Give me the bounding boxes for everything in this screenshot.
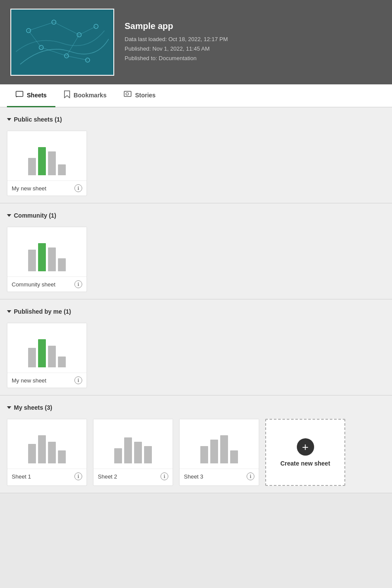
sheet-card-pbm1[interactable]: My new sheet ℹ — [7, 323, 87, 388]
bar-ms3-3 — [230, 450, 238, 463]
bar-ms2-3 — [144, 446, 152, 463]
bar-ms1-3 — [58, 450, 66, 463]
sheet-name-ms2: Sheet 2 — [98, 473, 117, 480]
bar-ms2-1 — [124, 437, 132, 463]
bar-cs1-2 — [48, 247, 56, 271]
sheet-card-label-ps1: My new sheet ℹ — [7, 181, 87, 196]
section-header-public-sheets[interactable]: Public sheets (1) — [7, 116, 385, 123]
section-title-community: Community (1) — [14, 212, 56, 219]
bar-ms3-2 — [220, 435, 228, 463]
tab-stories-label: Stories — [135, 92, 155, 99]
bar-chart-ms1 — [28, 433, 66, 463]
section-public-sheets: Public sheets (1) My new sheet ℹ — [0, 107, 392, 203]
bar-ms1-2 — [48, 442, 56, 463]
cards-grid-published-by-me: My new sheet ℹ — [7, 323, 385, 388]
tab-sheets[interactable]: Sheets — [7, 84, 55, 107]
app-published: Published: Nov 1, 2022, 11:45 AM — [125, 44, 228, 54]
svg-rect-0 — [12, 10, 113, 75]
app-data-loaded: Data last loaded: Oct 18, 2022, 12:17 PM — [125, 35, 228, 44]
sheet-card-label-ms1: Sheet 1 ℹ — [7, 469, 87, 484]
info-icon-ms2[interactable]: ℹ — [161, 472, 168, 480]
bar-ms1-0 — [28, 444, 36, 463]
bar-cs1-3 — [58, 258, 66, 271]
section-title-published-by-me: Published by me (1) — [14, 308, 71, 315]
chevron-down-icon — [7, 406, 11, 409]
bar-pbm1-0 — [28, 348, 36, 367]
bar-ms2-2 — [134, 442, 142, 463]
chevron-down-icon — [7, 118, 11, 121]
create-new-sheet-label: Create new sheet — [280, 460, 330, 467]
sheet-card-ms3[interactable]: Sheet 3 ℹ — [179, 419, 259, 486]
section-published-by-me: Published by me (1) My new sheet ℹ — [0, 299, 392, 395]
sheet-card-label-cs1: Community sheet ℹ — [7, 277, 87, 292]
sheet-card-label-pbm1: My new sheet ℹ — [7, 373, 87, 388]
main-content: Public sheets (1) My new sheet ℹ Communi… — [0, 107, 392, 493]
sheet-name-cs1: Community sheet — [12, 281, 55, 288]
bar-chart-ps1 — [28, 145, 66, 175]
bar-chart-ms3 — [200, 433, 238, 463]
sheet-card-thumb-pbm1 — [7, 323, 87, 373]
sheet-card-ms1[interactable]: Sheet 1 ℹ — [7, 419, 87, 486]
section-my-sheets: My sheets (3) Sheet 1 ℹ Sheet 2 ℹ Sheet … — [0, 395, 392, 493]
section-header-my-sheets[interactable]: My sheets (3) — [7, 404, 385, 411]
bar-pbm1-2 — [48, 346, 56, 367]
app-thumbnail — [10, 9, 114, 76]
sheet-card-cs1[interactable]: Community sheet ℹ — [7, 227, 87, 292]
bar-chart-ms2 — [114, 433, 152, 463]
sheet-card-thumb-ps1 — [7, 131, 87, 181]
tabs-bar: Sheets Bookmarks Stories — [0, 84, 392, 107]
sheet-name-ms1: Sheet 1 — [12, 473, 31, 480]
sheet-name-ms3: Sheet 3 — [184, 473, 203, 480]
bar-cs1-0 — [28, 250, 36, 271]
section-title-public-sheets: Public sheets (1) — [14, 116, 62, 123]
bar-pbm1-1 — [38, 339, 46, 367]
sheet-card-thumb-cs1 — [7, 227, 87, 277]
bar-ms3-0 — [200, 446, 208, 463]
bar-ps1-3 — [58, 164, 66, 175]
cards-grid-my-sheets: Sheet 1 ℹ Sheet 2 ℹ Sheet 3 ℹ + Create n… — [7, 419, 385, 486]
info-icon-ms1[interactable]: ℹ — [74, 472, 82, 480]
sheet-card-thumb-ms3 — [180, 419, 259, 469]
tab-sheets-label: Sheets — [27, 92, 47, 99]
info-icon-pbm1[interactable]: ℹ — [74, 376, 82, 384]
tab-bookmarks-label: Bookmarks — [74, 92, 106, 99]
bar-ms1-1 — [38, 435, 46, 463]
bar-chart-cs1 — [28, 241, 66, 271]
bar-ms2-0 — [114, 448, 122, 463]
sheet-name-ps1: My new sheet — [12, 185, 46, 192]
chevron-down-icon — [7, 310, 11, 313]
tab-stories[interactable]: Stories — [115, 84, 164, 107]
stories-icon — [124, 91, 132, 100]
section-header-published-by-me[interactable]: Published by me (1) — [7, 308, 385, 315]
app-title: Sample app — [125, 21, 228, 31]
info-icon-ps1[interactable]: ℹ — [74, 184, 82, 192]
sheets-icon — [16, 91, 23, 100]
bookmarks-icon — [64, 90, 70, 100]
info-icon-ms3[interactable]: ℹ — [247, 472, 254, 480]
bar-pbm1-3 — [58, 357, 66, 367]
tab-bookmarks[interactable]: Bookmarks — [55, 84, 115, 107]
sheet-card-thumb-ms2 — [93, 419, 173, 469]
section-title-my-sheets: My sheets (3) — [14, 404, 52, 411]
bar-cs1-1 — [38, 243, 46, 271]
bar-ps1-0 — [28, 158, 36, 175]
section-community: Community (1) Community sheet ℹ — [0, 203, 392, 299]
sheet-card-ms2[interactable]: Sheet 2 ℹ — [93, 419, 173, 486]
sheet-card-ps1[interactable]: My new sheet ℹ — [7, 131, 87, 196]
cards-grid-community: Community sheet ℹ — [7, 227, 385, 292]
info-icon-cs1[interactable]: ℹ — [74, 280, 82, 288]
bar-ps1-1 — [38, 147, 46, 175]
sheet-card-label-ms3: Sheet 3 ℹ — [180, 469, 259, 484]
sheet-card-label-ms2: Sheet 2 ℹ — [93, 469, 173, 484]
bar-ms3-1 — [210, 440, 218, 463]
cards-grid-public-sheets: My new sheet ℹ — [7, 131, 385, 196]
sheet-card-thumb-ms1 — [7, 419, 87, 469]
create-new-sheet-card[interactable]: + Create new sheet — [265, 419, 345, 486]
app-info: Sample app Data last loaded: Oct 18, 202… — [125, 21, 228, 63]
svg-point-18 — [126, 93, 129, 95]
svg-line-16 — [16, 96, 17, 97]
app-published-to: Published to: Documentation — [125, 54, 228, 63]
svg-rect-17 — [124, 91, 131, 96]
chevron-down-icon — [7, 214, 11, 217]
section-header-community[interactable]: Community (1) — [7, 212, 385, 219]
